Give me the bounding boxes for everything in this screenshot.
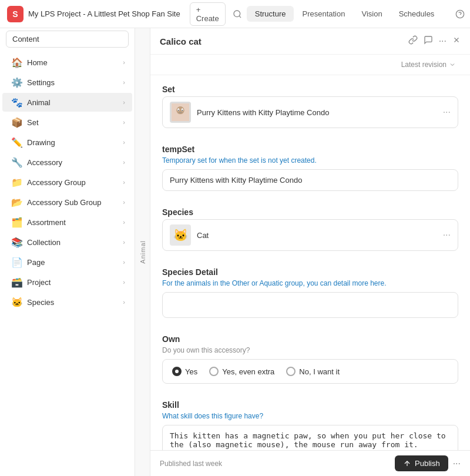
sidebar-item-accessory-group[interactable]: 📁 Accessory Group › <box>2 173 132 192</box>
chevron-icon: › <box>123 179 125 186</box>
sidebar-item-label: Accessory <box>27 158 62 167</box>
sidebar-item-label: Set <box>27 118 39 127</box>
revision-label: Latest revision <box>401 61 446 69</box>
collection-icon: 📚 <box>12 237 22 247</box>
nav-vision[interactable]: Vision <box>353 6 390 22</box>
own-option-yes-extra[interactable]: Yes, even extra <box>209 367 274 376</box>
vertical-label-strip: Animal <box>135 28 150 476</box>
skill-textarea[interactable]: This kitten has a magnetic paw, so when … <box>162 425 458 450</box>
radio-yes-dot <box>172 367 182 376</box>
sidebar-item-label: Drawing <box>27 138 55 147</box>
sidebar-item-label: Home <box>27 58 48 67</box>
species-detail-label: Species Detail <box>162 267 458 277</box>
close-icon[interactable] <box>452 36 461 46</box>
panel-body: Set <box>150 75 470 450</box>
chevron-icon: › <box>123 59 125 66</box>
chevron-icon: › <box>123 259 125 266</box>
own-option-no[interactable]: No, I want it <box>286 367 340 376</box>
sidebar-item-animal[interactable]: 🐾 Animal › <box>2 93 132 112</box>
drawing-icon: ✏️ <box>12 137 22 148</box>
search-icon[interactable] <box>233 8 242 20</box>
animal-icon: 🐾 <box>12 97 22 108</box>
species-relation-card[interactable]: 🐱 Cat ··· <box>162 219 458 251</box>
radio-yes-label: Yes <box>185 367 197 376</box>
radio-no-dot <box>286 367 296 376</box>
sidebar-item-project[interactable]: 🗃️ Project › <box>2 273 132 291</box>
top-bar: S My LPS Project - A Littlest Pet Shop F… <box>0 0 470 28</box>
set-relation-card[interactable]: Purry Kittens with Kitty Playtime Condo … <box>162 96 458 128</box>
vertical-label-text: Animal <box>139 240 146 264</box>
svg-point-9 <box>177 108 179 111</box>
svg-point-12 <box>182 110 183 111</box>
species-field-section: Species 🐱 Cat ··· <box>162 207 458 251</box>
sidebar-item-species[interactable]: 🐱 Species › <box>2 293 132 311</box>
radio-no-label: No, I want it <box>299 367 340 376</box>
sidebar-item-accessory[interactable]: 🔧 Accessory › <box>2 153 132 172</box>
revision-selector[interactable]: Latest revision <box>401 58 461 71</box>
sidebar-item-assortment[interactable]: 🗂️ Assortment › <box>2 213 132 232</box>
set-field-label: Set <box>162 85 458 94</box>
skill-field-section: Skill What skill does this figure have? … <box>162 400 458 450</box>
app-logo: S <box>7 6 24 22</box>
home-icon: 🏠 <box>12 57 22 68</box>
sidebar-item-label: Settings <box>27 78 55 87</box>
sidebar-item-accessory-sub-group[interactable]: 📂 Accessory Sub Group › <box>2 193 132 212</box>
chevron-icon: › <box>123 279 125 286</box>
bottom-more-icon[interactable]: ··· <box>453 458 461 469</box>
sidebar-item-home[interactable]: 🏠 Home › <box>2 53 132 72</box>
sidebar-item-settings[interactable]: ⚙️ Settings › <box>2 73 132 92</box>
main-layout: Content 🏠 Home › ⚙️ Settings › 🐾 Animal … <box>0 28 470 476</box>
tempset-input[interactable] <box>162 169 458 191</box>
chevron-icon: › <box>123 159 125 166</box>
nav-bar: Structure Presentation Vision Schedules <box>247 6 443 22</box>
link-icon[interactable] <box>408 35 418 47</box>
more-icon[interactable]: ··· <box>439 36 446 46</box>
sidebar-item-label: Accessory Sub Group <box>27 198 101 207</box>
sidebar-item-label: Accessory Group <box>27 178 86 187</box>
sidebar: Content 🏠 Home › ⚙️ Settings › 🐾 Animal … <box>0 28 135 476</box>
sidebar-item-set[interactable]: 📦 Set › <box>2 113 132 132</box>
chevron-icon: › <box>123 79 125 86</box>
comment-icon[interactable] <box>424 35 433 47</box>
nav-presentation[interactable]: Presentation <box>294 6 353 22</box>
svg-point-0 <box>234 11 240 17</box>
assortment-icon: 🗂️ <box>12 217 22 227</box>
skill-field-label: Skill <box>162 400 458 410</box>
species-relation-more[interactable]: ··· <box>443 230 451 240</box>
species-icon: 🐱 <box>12 297 22 307</box>
svg-point-10 <box>182 108 183 111</box>
panel-header-actions: ··· <box>408 35 461 47</box>
own-option-yes[interactable]: Yes <box>172 367 197 376</box>
chevron-icon: › <box>123 199 125 206</box>
set-thumbnail <box>170 102 191 123</box>
own-field-label: Own <box>162 334 458 344</box>
species-thumbnail: 🐱 <box>170 224 191 246</box>
create-label: + Create <box>196 5 219 23</box>
species-detail-input[interactable] <box>162 292 458 318</box>
sidebar-item-page[interactable]: 📄 Page › <box>2 253 132 271</box>
tempset-field-label: tempSet <box>162 145 458 154</box>
species-field-label: Species <box>162 207 458 217</box>
set-relation-name: Purry Kittens with Kitty Playtime Condo <box>197 108 437 117</box>
own-radio-group: Yes Yes, even extra No, I want it <box>162 359 458 384</box>
chevron-icon: › <box>123 299 125 306</box>
nav-structure[interactable]: Structure <box>247 6 294 22</box>
content-label[interactable]: Content <box>6 31 129 48</box>
set-relation-more[interactable]: ··· <box>443 107 451 118</box>
chevron-icon: › <box>123 139 125 146</box>
radio-yes-extra-label: Yes, even extra <box>222 367 274 376</box>
accessory-group-icon: 📁 <box>12 177 22 187</box>
help-icon[interactable] <box>454 8 466 20</box>
page-icon: 📄 <box>12 257 22 267</box>
sidebar-item-collection[interactable]: 📚 Collection › <box>2 233 132 252</box>
tempset-sublabel: Temporary set for when the set is not ye… <box>162 156 458 165</box>
project-icon: 🗃️ <box>12 277 22 287</box>
sidebar-item-drawing[interactable]: ✏️ Drawing › <box>2 133 132 152</box>
sidebar-item-label: Page <box>27 258 45 267</box>
topbar-right: Tasks U <box>454 6 470 22</box>
nav-schedules[interactable]: Schedules <box>391 6 443 22</box>
publish-button[interactable]: Publish <box>395 455 448 471</box>
accessory-icon: 🔧 <box>12 157 22 167</box>
set-field-section: Set <box>162 85 458 128</box>
create-button[interactable]: + Create <box>190 2 226 26</box>
